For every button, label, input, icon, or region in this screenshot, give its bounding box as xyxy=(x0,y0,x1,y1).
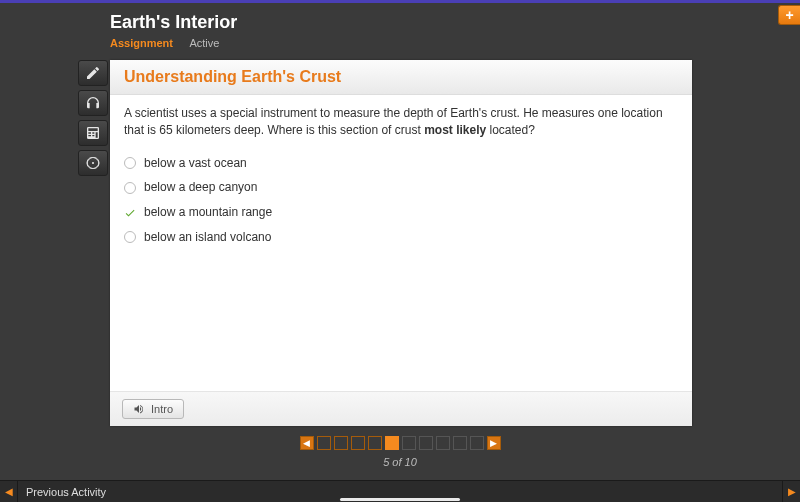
choice-label: below a vast ocean xyxy=(144,155,247,172)
pager-page-9[interactable] xyxy=(453,436,467,450)
speaker-icon xyxy=(133,403,145,415)
choice-option[interactable]: below an island volcano xyxy=(124,225,678,250)
add-button[interactable]: + xyxy=(778,5,800,25)
pager-page-5[interactable] xyxy=(385,436,399,450)
assignment-label: Assignment xyxy=(110,37,173,49)
pager-prev-button[interactable]: ◀ xyxy=(300,436,314,450)
pager-page-7[interactable] xyxy=(419,436,433,450)
atom-icon xyxy=(85,155,101,171)
choices-list: below a vast oceanbelow a deep canyonbel… xyxy=(124,151,678,250)
intro-label: Intro xyxy=(151,403,173,415)
status-label: Active xyxy=(189,37,219,49)
svg-point-0 xyxy=(92,162,94,164)
pager-page-10[interactable] xyxy=(470,436,484,450)
pager-page-3[interactable] xyxy=(351,436,365,450)
choice-label: below an island volcano xyxy=(144,229,271,246)
page-header: Earth's Interior Assignment Active xyxy=(110,12,237,49)
pencil-tool[interactable] xyxy=(78,60,108,86)
question-text: A scientist uses a special instrument to… xyxy=(124,105,678,139)
atom-tool[interactable] xyxy=(78,150,108,176)
choice-option[interactable]: below a vast ocean xyxy=(124,151,678,176)
panel-footer: Intro xyxy=(110,391,692,426)
intro-button[interactable]: Intro xyxy=(122,399,184,419)
pager-page-6[interactable] xyxy=(402,436,416,450)
pager-row: ◀▶ xyxy=(300,436,501,450)
pager-page-4[interactable] xyxy=(368,436,382,450)
choice-option[interactable]: below a mountain range xyxy=(124,200,678,225)
pager-page-8[interactable] xyxy=(436,436,450,450)
question-panel: Understanding Earth's Crust A scientist … xyxy=(110,60,692,426)
radio-icon xyxy=(124,157,136,169)
question-text-before: A scientist uses a special instrument to… xyxy=(124,106,663,137)
radio-icon xyxy=(124,182,136,194)
question-body: A scientist uses a special instrument to… xyxy=(110,95,692,391)
headphones-tool[interactable] xyxy=(78,90,108,116)
checkmark-icon xyxy=(124,207,136,219)
pager-next-button[interactable]: ▶ xyxy=(487,436,501,450)
previous-arrow-icon[interactable]: ◀ xyxy=(0,481,18,503)
choice-label: below a deep canyon xyxy=(144,179,257,196)
pager-status: 5 of 10 xyxy=(383,456,417,468)
headphones-icon xyxy=(85,95,101,111)
calculator-icon xyxy=(85,125,101,141)
pager-page-1[interactable] xyxy=(317,436,331,450)
question-text-bold: most likely xyxy=(424,123,486,137)
calculator-tool[interactable] xyxy=(78,120,108,146)
pencil-icon xyxy=(85,65,101,81)
radio-icon xyxy=(124,231,136,243)
choice-option[interactable]: below a deep canyon xyxy=(124,175,678,200)
top-accent-bar xyxy=(0,0,800,3)
next-arrow-icon[interactable]: ▶ xyxy=(782,481,800,503)
left-toolbar xyxy=(78,60,108,176)
page-title: Earth's Interior xyxy=(110,12,237,33)
question-title: Understanding Earth's Crust xyxy=(110,60,692,95)
home-indicator xyxy=(340,498,460,501)
question-text-after: located? xyxy=(486,123,535,137)
pager: ◀▶ 5 of 10 xyxy=(0,436,800,468)
choice-label: below a mountain range xyxy=(144,204,272,221)
previous-activity-link[interactable]: Previous Activity xyxy=(18,486,114,498)
pager-page-2[interactable] xyxy=(334,436,348,450)
